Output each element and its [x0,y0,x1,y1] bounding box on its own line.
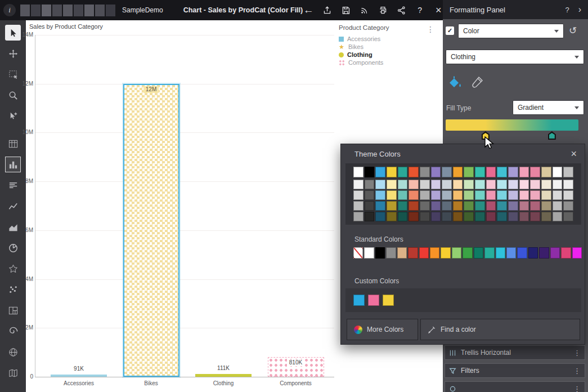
standard-color-swatch[interactable] [419,247,429,259]
theme-color-swatch[interactable] [442,167,452,177]
theme-color-variant-swatch[interactable] [541,201,551,211]
theme-color-variant-swatch[interactable] [365,201,375,211]
theme-color-variant-swatch[interactable] [464,190,474,200]
standard-color-swatch[interactable] [506,247,516,259]
target-series-dropdown[interactable]: Clothing [446,50,584,64]
section-menu-button[interactable]: ⋮ [573,349,581,357]
fill-type-dropdown[interactable]: Gradient [513,100,584,115]
share-button[interactable] [396,5,407,16]
pie-chart-visual[interactable] [5,240,21,256]
theme-color-swatch[interactable] [563,167,573,177]
legend-item-accessories[interactable]: Accessories [339,35,434,43]
theme-color-variant-swatch[interactable] [475,201,485,211]
standard-color-swatch[interactable] [561,247,571,259]
info-icon[interactable]: i [3,4,16,16]
bar-bikes[interactable] [123,84,179,377]
theme-color-variant-swatch[interactable] [563,212,573,221]
theme-color-variant-swatch[interactable] [486,180,496,189]
theme-color-variant-swatch[interactable] [508,212,518,221]
theme-color-variant-swatch[interactable] [453,201,463,211]
theme-color-swatch[interactable] [541,167,551,177]
theme-color-swatch[interactable] [475,167,485,177]
theme-color-variant-swatch[interactable] [464,212,474,221]
more-colors-button[interactable]: More Colors [347,319,418,340]
standard-color-swatch[interactable] [408,247,418,259]
panel-help-button[interactable]: ? [565,6,569,14]
table-visual[interactable] [5,136,21,152]
theme-color-swatch[interactable] [375,167,385,177]
save-button[interactable] [340,5,351,16]
standard-color-swatch[interactable] [572,247,582,259]
standard-color-swatch[interactable] [430,247,439,259]
map-visual[interactable] [5,344,21,360]
custom-color-swatch[interactable] [368,295,379,306]
print-button[interactable] [377,5,388,16]
section-menu-button[interactable]: ⋮ [573,385,581,392]
standard-color-swatch[interactable] [550,247,560,259]
theme-color-swatch[interactable] [409,167,419,177]
theme-color-variant-swatch[interactable] [486,212,496,221]
legend-item-clothing[interactable]: Clothing [339,51,434,59]
theme-color-swatch[interactable] [508,167,518,177]
theme-color-swatch[interactable] [453,167,463,177]
theme-color-swatch[interactable] [431,167,441,177]
theme-color-variant-swatch[interactable] [453,180,463,189]
theme-color-variant-swatch[interactable] [519,180,529,189]
bar-accessories[interactable] [51,375,107,377]
gradient-preview-bar[interactable] [446,119,578,131]
theme-color-variant-swatch[interactable] [431,180,441,189]
theme-color-variant-swatch[interactable] [541,212,551,221]
theme-color-variant-swatch[interactable] [387,190,397,200]
theme-color-variant-swatch[interactable] [530,212,540,221]
theme-color-variant-swatch[interactable] [497,201,507,211]
back-button[interactable]: ← [303,5,314,16]
theme-color-variant-swatch[interactable] [375,190,385,200]
legend-item-components[interactable]: Components [339,59,434,66]
theme-color-variant-swatch[interactable] [519,190,529,200]
reset-icon[interactable]: ↺ [569,25,577,37]
theme-color-variant-swatch[interactable] [486,190,496,200]
standard-color-swatch[interactable] [517,247,527,259]
theme-color-variant-swatch[interactable] [530,180,540,189]
theme-color-variant-swatch[interactable] [563,201,573,211]
theme-color-variant-swatch[interactable] [541,190,551,200]
theme-color-variant-swatch[interactable] [530,201,540,211]
theme-color-variant-swatch[interactable] [553,212,563,221]
custom-color-swatch[interactable] [353,295,365,306]
theme-color-variant-swatch[interactable] [431,212,441,221]
theme-color-variant-swatch[interactable] [398,212,408,221]
standard-color-swatch[interactable] [364,247,374,259]
theme-color-variant-swatch[interactable] [553,190,563,200]
theme-color-variant-swatch[interactable] [353,180,363,189]
theme-color-variant-swatch[interactable] [453,212,463,221]
legend-item-bikes[interactable]: ★Bikes [339,43,434,51]
theme-color-variant-swatch[interactable] [475,180,485,189]
custom-color-swatch[interactable] [383,295,394,306]
standard-color-swatch[interactable] [484,247,494,259]
theme-color-swatch[interactable] [553,167,563,177]
brush-icon[interactable] [469,74,486,90]
theme-color-variant-swatch[interactable] [553,201,563,211]
standard-color-swatch[interactable] [463,247,472,259]
fill-bucket-icon[interactable] [446,74,463,90]
theme-color-variant-swatch[interactable] [365,212,375,221]
theme-color-variant-swatch[interactable] [453,190,463,200]
theme-color-variant-swatch[interactable] [508,180,518,189]
theme-color-variant-swatch[interactable] [475,212,485,221]
theme-color-variant-swatch[interactable] [375,180,385,189]
bar-clothing[interactable] [195,374,252,377]
theme-color-swatch[interactable] [387,167,397,177]
theme-color-variant-swatch[interactable] [398,201,408,211]
theme-color-variant-swatch[interactable] [563,180,573,189]
theme-color-swatch[interactable] [530,167,540,177]
theme-color-variant-swatch[interactable] [530,190,540,200]
theme-color-swatch[interactable] [464,167,474,177]
panel-section-filters[interactable]: Filters⋮ [445,363,585,378]
theme-color-variant-swatch[interactable] [442,212,452,221]
theme-color-swatch[interactable] [420,167,430,177]
color-enabled-checkbox[interactable]: ✓ [446,26,454,35]
theme-color-variant-swatch[interactable] [563,190,573,200]
standard-color-swatch[interactable] [386,247,396,259]
standard-color-swatch[interactable] [375,247,385,259]
panel-section-partial[interactable]: ⋮ [445,381,585,392]
